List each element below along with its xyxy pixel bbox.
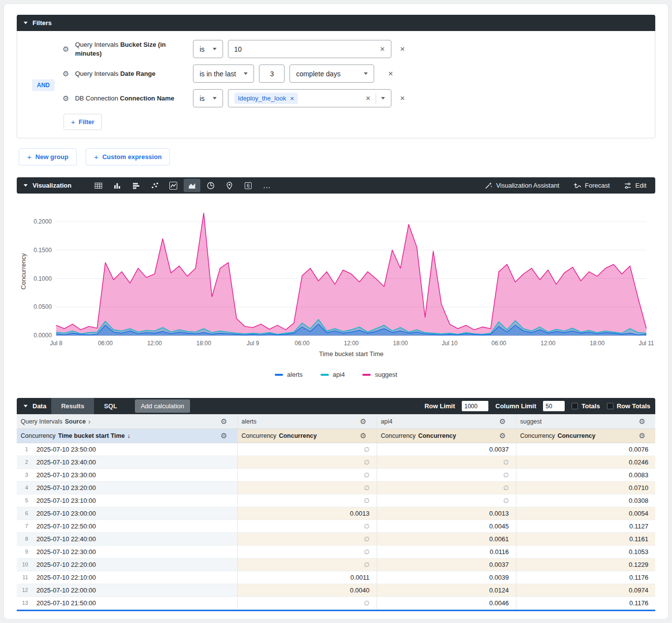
filters-header-bar[interactable]: Filters	[17, 15, 655, 31]
api4-value-cell[interactable]: 0.0124	[377, 584, 516, 596]
forecast-button[interactable]: Forecast	[573, 182, 610, 190]
filter-value-chip[interactable]: ldeploy_the_look ×	[234, 93, 298, 104]
suggest-value-cell[interactable]: 0.1127	[516, 520, 655, 532]
api4-value-cell[interactable]: 0.0037	[377, 443, 516, 456]
tab-sql[interactable]: SQL	[94, 398, 127, 414]
gear-icon[interactable]: ⚙	[63, 45, 69, 53]
api4-value-cell[interactable]: ∅	[377, 494, 516, 507]
chevron-down-icon[interactable]	[381, 97, 385, 99]
api4-value-cell[interactable]: ∅	[377, 456, 516, 468]
filter-unit-select[interactable]: complete days	[289, 65, 374, 83]
alerts-value-cell[interactable]: ∅	[237, 456, 377, 468]
alerts-value-cell[interactable]: ∅	[237, 481, 377, 494]
collapse-data-icon[interactable]	[24, 405, 28, 407]
api4-value-cell[interactable]: 0.0116	[377, 545, 516, 558]
column-limit-input[interactable]	[543, 401, 565, 411]
filter-operator-select[interactable]: is	[193, 89, 223, 107]
time-cell[interactable]: 2025-07-10 23:50:00	[32, 443, 237, 456]
sort-descending-icon[interactable]: ↓	[128, 432, 130, 439]
gear-icon[interactable]: ⚙	[221, 432, 227, 439]
time-cell[interactable]: 2025-07-10 23:40:00	[32, 456, 237, 468]
row-totals-checkbox[interactable]	[607, 403, 613, 409]
suggest-column-header[interactable]: ConcurrencyConcurrency⚙	[516, 428, 655, 443]
api4-value-cell[interactable]: ∅	[377, 468, 516, 481]
area-chart-icon[interactable]	[184, 179, 200, 192]
legend-item-suggest[interactable]: suggest	[362, 371, 397, 378]
totals-checkbox[interactable]	[572, 403, 578, 409]
suggest-value-cell[interactable]: 0.0308	[516, 494, 655, 507]
add-calculation-button[interactable]: Add calculation	[135, 399, 190, 413]
api4-value-cell[interactable]: ∅	[377, 481, 516, 494]
and-operator-chip[interactable]: AND	[32, 79, 55, 91]
more-chart-types-icon[interactable]: …	[258, 179, 275, 192]
suggest-value-cell[interactable]: 0.0076	[516, 443, 655, 456]
pie-chart-icon[interactable]	[202, 179, 219, 192]
line-chart-icon[interactable]	[165, 179, 182, 192]
suggest-value-cell[interactable]: 0.1229	[516, 558, 655, 571]
gear-icon[interactable]: ⚙	[221, 418, 227, 425]
alerts-value-cell[interactable]: 0.0013	[237, 507, 377, 520]
time-cell[interactable]: 2025-07-10 22:10:00	[32, 571, 237, 584]
alerts-value-cell[interactable]: ∅	[237, 520, 377, 532]
alerts-value-cell[interactable]: ∅	[237, 468, 377, 481]
filter-multiselect-input[interactable]: ldeploy_the_look × ×	[228, 89, 391, 107]
bar-chart-icon[interactable]	[128, 179, 144, 192]
tab-results[interactable]: Results	[51, 398, 94, 414]
gear-icon[interactable]: ⚙	[63, 95, 69, 102]
gear-icon[interactable]: ⚙	[639, 432, 645, 439]
remove-chip-icon[interactable]: ×	[290, 95, 294, 102]
time-cell[interactable]: 2025-07-10 23:20:00	[32, 481, 237, 494]
gear-icon[interactable]: ⚙	[639, 418, 645, 425]
table-chart-icon[interactable]	[90, 179, 107, 192]
api4-value-cell[interactable]: 0.0037	[377, 558, 516, 571]
alerts-value-cell[interactable]: ∅	[237, 494, 377, 507]
api4-value-cell[interactable]: 0.0046	[377, 596, 516, 609]
legend-item-api4[interactable]: api4	[320, 371, 345, 378]
api4-value-cell[interactable]: 0.0039	[377, 571, 516, 584]
single-value-icon[interactable]: 6	[240, 179, 256, 192]
add-filter-button[interactable]: + Filter	[64, 114, 102, 130]
filter-number-input[interactable]: 3	[259, 65, 285, 83]
alerts-value-cell[interactable]: ∅	[237, 443, 377, 456]
legend-item-alerts[interactable]: alerts	[275, 371, 303, 378]
remove-filter-icon[interactable]: ×	[400, 94, 405, 102]
row-limit-input[interactable]	[462, 401, 488, 411]
alerts-value-cell[interactable]: 0.0011	[237, 571, 377, 584]
time-column-header[interactable]: Concurrency Time bucket start Time ↓ ⚙	[17, 428, 237, 443]
suggest-value-cell[interactable]: 0.1176	[516, 596, 655, 609]
filter-value-input[interactable]: 10 ×	[228, 40, 391, 58]
column-chart-icon[interactable]	[109, 179, 126, 192]
scatterplot-icon[interactable]	[146, 179, 163, 192]
filter-operator-select[interactable]: is in the last	[193, 65, 254, 83]
alerts-value-cell[interactable]: 0.0040	[237, 584, 377, 596]
alerts-value-cell[interactable]: ∅	[237, 558, 377, 571]
gear-icon[interactable]: ⚙	[360, 432, 366, 439]
suggest-value-cell[interactable]: 0.1053	[516, 545, 655, 558]
collapse-filters-icon[interactable]	[24, 22, 28, 24]
new-group-button[interactable]: + New group	[19, 148, 77, 165]
alerts-value-cell[interactable]: ∅	[237, 596, 377, 609]
collapse-visualization-icon[interactable]	[24, 184, 28, 187]
measure-group-header-api4[interactable]: api4⚙	[377, 414, 516, 428]
map-icon[interactable]	[221, 179, 238, 192]
alerts-value-cell[interactable]: ∅	[237, 545, 377, 558]
gear-icon[interactable]: ⚙	[499, 432, 506, 439]
visualization-assistant-button[interactable]: Visualization Assistant	[484, 182, 559, 190]
gear-icon[interactable]: ⚙	[360, 418, 366, 425]
time-cell[interactable]: 2025-07-10 23:10:00	[32, 494, 237, 507]
api4-value-cell[interactable]: 0.0045	[377, 520, 516, 532]
suggest-value-cell[interactable]: 0.0246	[516, 456, 655, 468]
remove-filter-icon[interactable]: ×	[400, 45, 405, 53]
suggest-value-cell[interactable]: 0.1161	[516, 532, 655, 545]
time-cell[interactable]: 2025-07-10 22:20:00	[32, 558, 237, 571]
time-cell[interactable]: 2025-07-10 22:40:00	[32, 532, 237, 545]
api4-value-cell[interactable]: 0.0013	[377, 507, 516, 520]
suggest-value-cell[interactable]: 0.0974	[516, 584, 655, 596]
edit-visualization-button[interactable]: Edit	[624, 182, 646, 190]
gear-icon[interactable]: ⚙	[63, 70, 69, 77]
clear-value-icon[interactable]: ×	[366, 94, 371, 102]
gear-icon[interactable]: ⚙	[499, 418, 506, 425]
remove-filter-icon[interactable]: ×	[388, 69, 393, 78]
suggest-value-cell[interactable]: 0.0083	[516, 468, 655, 481]
time-cell[interactable]: 2025-07-10 23:30:00	[32, 468, 237, 481]
